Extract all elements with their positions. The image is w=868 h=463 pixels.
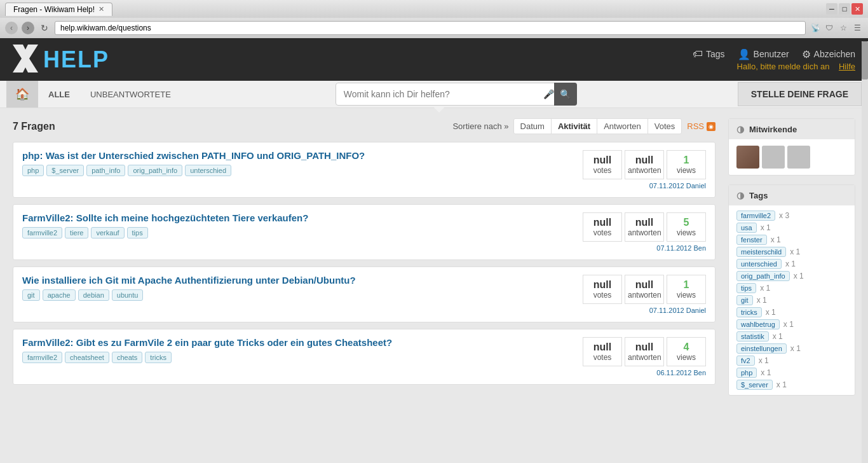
adblock-button[interactable]: 🛡 [824, 22, 835, 34]
tag[interactable]: orig_path_info [128, 165, 182, 176]
ask-question-button[interactable]: STELLE DEINE FRAGE [738, 82, 862, 106]
sort-datum-button[interactable]: Datum [513, 118, 552, 134]
tag[interactable]: tips [127, 227, 148, 238]
tag[interactable]: verkauf [91, 227, 124, 238]
search-submit-button[interactable]: 🔍 [554, 83, 577, 106]
sidebar-tag[interactable]: usa [736, 223, 757, 233]
tag[interactable]: path_info [86, 165, 125, 176]
tag[interactable]: tricks [145, 352, 172, 363]
alle-button[interactable]: ALLE [38, 82, 80, 107]
forward-button[interactable]: › [22, 22, 34, 34]
hilfe-link[interactable]: Hilfe [839, 62, 855, 71]
question-author[interactable]: Ben [693, 369, 706, 377]
logo-x-icon [13, 45, 38, 73]
tags-icon: 🏷 [693, 48, 703, 60]
tag-count: x 1 [794, 272, 804, 280]
tags-nav-link[interactable]: 🏷 Tags [693, 48, 725, 60]
question-item: Wie installiere ich Git mit Apache Authe… [13, 266, 715, 322]
refresh-button[interactable]: ↻ [38, 22, 51, 34]
tag[interactable]: tiere [65, 227, 88, 238]
tag[interactable]: git [22, 289, 40, 301]
sidebar-tag[interactable]: statistik [736, 331, 769, 342]
close-button[interactable]: ✕ [851, 3, 863, 15]
tag-count: x 1 [766, 308, 776, 317]
tags-row: farmville2 cheatsheet cheats tricks [22, 352, 575, 363]
tag-count: x 1 [773, 332, 783, 341]
badges-nav-link[interactable]: ⚙ Abzeichen [802, 48, 855, 60]
tag[interactable]: cheats [112, 352, 142, 363]
tag[interactable]: $_server [46, 165, 84, 176]
search-input[interactable] [336, 83, 577, 106]
sidebar-tag[interactable]: fv2 [736, 356, 755, 366]
sidebar-tag[interactable]: wahlbetrug [736, 319, 780, 329]
sidebar: ◑ Mitwirkende ◑ [728, 118, 855, 404]
minimize-button[interactable]: ─ [826, 3, 837, 15]
sidebar-tag[interactable]: einstellungen [736, 343, 787, 354]
sidebar-tag[interactable]: $_server [736, 380, 773, 390]
sort-antworten-button[interactable]: Antworten [597, 118, 648, 134]
unbeantwortete-button[interactable]: UNBEANTWORTETE [80, 82, 181, 107]
question-meta: 06.11.2012 Ben [656, 369, 706, 377]
question-row: Wie installiere ich Git mit Apache Authe… [22, 275, 706, 314]
tab-close-button[interactable]: ✕ [98, 5, 104, 13]
tag[interactable]: farmville2 [22, 227, 62, 238]
tag[interactable]: farmville2 [22, 352, 62, 363]
tag-list-item: php x 1 [736, 368, 847, 378]
browser-tab[interactable]: Fragen - Wikiwam Help! ✕ [5, 3, 112, 16]
sort-aktivitat-button[interactable]: Aktivität [551, 118, 597, 134]
sidebar-tag[interactable]: tips [736, 283, 756, 293]
menu-button[interactable]: ☰ [851, 22, 863, 34]
sidebar-tag[interactable]: farmville2 [736, 211, 775, 221]
back-button[interactable]: ‹ [5, 22, 18, 34]
tag-list-item: $_server x 1 [736, 380, 847, 390]
home-button[interactable]: 🏠 [6, 81, 38, 107]
tag[interactable]: ubuntu [112, 289, 144, 301]
microphone-icon: 🎤 [543, 89, 554, 99]
avatar[interactable] [787, 146, 810, 169]
users-nav-link[interactable]: 👤 Benutzer [738, 48, 789, 60]
question-body: FarmVille2: Gibt es zu FarmVile 2 ein pa… [22, 337, 575, 363]
question-author[interactable]: Daniel [686, 182, 706, 190]
tag[interactable]: cheatsheet [65, 352, 109, 363]
tag-list-item: farmville2 x 3 [736, 211, 847, 221]
question-row: FarmVille2: Gibt es zu FarmVile 2 ein pa… [22, 337, 706, 377]
sidebar-tag[interactable]: tricks [736, 307, 762, 317]
question-title[interactable]: php: Was ist der Unterschied zwischen PA… [22, 150, 575, 161]
main-container: 7 Fragen Sortiere nach » Datum Aktivität… [0, 108, 868, 415]
tag[interactable]: apache [43, 289, 76, 301]
sidebar-tag[interactable]: meisterschild [736, 247, 786, 257]
sidebar-tag[interactable]: fenster [736, 235, 767, 245]
votes-label: votes [593, 228, 612, 237]
answers-num: null [628, 342, 661, 353]
answers-num: null [628, 279, 661, 291]
avatar[interactable] [736, 146, 759, 169]
tag[interactable]: php [22, 165, 44, 176]
rss-feed-button[interactable]: 📡 [810, 22, 821, 34]
sidebar-tag[interactable]: unterschied [736, 259, 782, 269]
votes-box: null votes [583, 150, 622, 179]
avatar-placeholder [762, 146, 785, 169]
sidebar-tag[interactable]: git [736, 295, 753, 305]
sidebar-tag[interactable]: php [736, 368, 757, 378]
sidebar-tag[interactable]: orig_path_info [736, 271, 790, 281]
scrollbar-track[interactable] [862, 41, 868, 463]
tags-section: ◑ Tags farmville2 x 3 usa x 1 fenster x … [728, 184, 855, 396]
rss-link[interactable]: RSS ◉ [687, 121, 715, 131]
tag[interactable]: unterschied [185, 165, 231, 176]
question-author[interactable]: Daniel [686, 307, 706, 314]
question-title[interactable]: FarmVille2: Gibt es zu FarmVile 2 ein pa… [22, 337, 575, 348]
scrollbar-thumb[interactable] [862, 41, 868, 79]
question-title[interactable]: Wie installiere ich Git mit Apache Authe… [22, 275, 575, 286]
votes-num: null [586, 342, 619, 353]
tag[interactable]: debian [78, 289, 109, 301]
question-author[interactable]: Ben [693, 244, 706, 252]
avatar[interactable] [762, 146, 785, 169]
maximize-button[interactable]: □ [839, 3, 850, 15]
sort-votes-button[interactable]: Votes [648, 118, 682, 134]
address-bar[interactable] [55, 21, 806, 35]
tags-row: git apache debian ubuntu [22, 289, 575, 301]
bookmark-star-button[interactable]: ☆ [837, 22, 849, 34]
question-title[interactable]: FarmVille2: Sollte ich meine hochgezücht… [22, 212, 575, 223]
views-num: 1 [670, 279, 703, 291]
votes-box: null votes [583, 212, 622, 242]
